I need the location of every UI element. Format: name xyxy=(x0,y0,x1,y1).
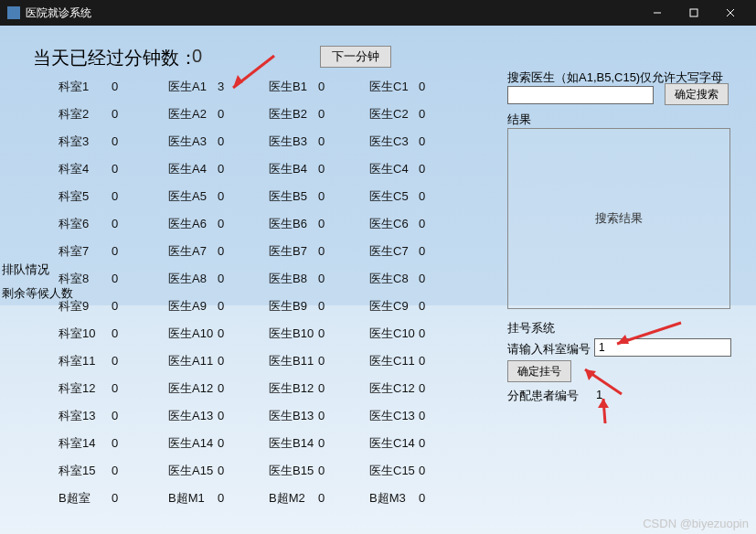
svg-rect-1 xyxy=(690,9,697,16)
doctor-b-val: 0 xyxy=(318,299,369,313)
app-icon xyxy=(7,6,20,19)
doctor-a-val: 0 xyxy=(218,217,269,230)
doctor-b-name: 医生B12 xyxy=(269,380,318,397)
doctor-c-name: 医生C4 xyxy=(369,161,419,177)
grid-row: 科室30医生A30医生B30医生C30 xyxy=(59,134,452,161)
grid-row: 科室100医生A100医生B100医生C100 xyxy=(59,326,452,353)
doctor-a-val: 0 xyxy=(218,272,269,285)
doctor-c-val: 0 xyxy=(419,436,452,450)
result-placeholder: 搜索结果 xyxy=(595,210,643,227)
close-button[interactable] xyxy=(712,0,749,26)
doctor-b-val: 0 xyxy=(318,189,369,203)
room-name: 科室15 xyxy=(59,463,112,479)
doctor-c-name: 医生C1 xyxy=(369,79,419,95)
doctor-b-val: 0 xyxy=(318,80,369,93)
doctor-c-name: B超M3 xyxy=(369,490,419,507)
doctor-c-val: 0 xyxy=(419,272,452,285)
minutes-label: 当天已经过分钟数： xyxy=(33,46,197,70)
doctor-b-name: 医生B7 xyxy=(269,243,318,260)
room-val: 0 xyxy=(112,107,168,121)
grid-row: 科室130医生A130医生B130医生C130 xyxy=(59,408,452,435)
doctor-c-name: 医生C2 xyxy=(369,106,419,123)
room-val: 0 xyxy=(112,436,168,450)
next-minute-button[interactable]: 下一分钟 xyxy=(320,46,391,68)
room-name: 科室7 xyxy=(59,243,112,260)
grid-row: 科室70医生A70医生B70医生C70 xyxy=(59,243,452,271)
doctor-c-val: 0 xyxy=(419,491,452,505)
grid-row: 科室40医生A40医生B40医生C40 xyxy=(59,161,452,188)
doctor-b-val: 0 xyxy=(318,134,369,148)
annotation-arrow-3 xyxy=(576,362,631,399)
doctor-a-name: 医生A2 xyxy=(168,106,218,123)
doctor-a-name: 医生A11 xyxy=(168,353,218,369)
maximize-button[interactable] xyxy=(676,0,712,26)
doctor-a-name: 医生A14 xyxy=(168,435,218,452)
doctor-c-name: 医生C14 xyxy=(369,435,419,452)
room-val: 0 xyxy=(112,326,168,340)
doctor-a-name: 医生A5 xyxy=(168,188,218,205)
grid-row: 科室140医生A140医生B140医生C140 xyxy=(59,435,452,463)
doctor-a-name: B超M1 xyxy=(168,490,218,507)
doctor-c-name: 医生C13 xyxy=(369,408,419,424)
grid-row: 科室60医生A60医生B60医生C60 xyxy=(59,216,452,243)
register-button[interactable]: 确定挂号 xyxy=(507,360,571,382)
room-name: B超室 xyxy=(59,490,112,507)
doctor-a-name: 医生A6 xyxy=(168,216,218,232)
minutes-value: 0 xyxy=(192,46,202,67)
doctor-c-val: 0 xyxy=(419,299,452,313)
grid-row: 科室20医生A20医生B20医生C20 xyxy=(59,106,452,134)
doctor-c-val: 0 xyxy=(419,244,452,258)
doctor-a-val: 0 xyxy=(218,464,269,477)
search-input[interactable] xyxy=(507,86,654,104)
room-val: 0 xyxy=(112,162,168,176)
data-grid: 科室10医生A13医生B10医生C10科室20医生A20医生B20医生C20科室… xyxy=(59,79,452,518)
room-val: 0 xyxy=(112,272,168,285)
doctor-c-val: 0 xyxy=(419,80,452,93)
doctor-a-val: 0 xyxy=(218,244,269,258)
doctor-a-name: 医生A3 xyxy=(168,134,218,150)
doctor-b-name: 医生B4 xyxy=(269,161,318,177)
minimize-button[interactable] xyxy=(639,0,676,26)
doctor-b-val: 0 xyxy=(318,381,369,395)
doctor-c-name: 医生C5 xyxy=(369,188,419,205)
grid-row: 科室150医生A150医生B150医生C150 xyxy=(59,463,452,490)
search-button[interactable]: 确定搜索 xyxy=(665,83,729,105)
room-name: 科室9 xyxy=(59,298,112,315)
room-val: 0 xyxy=(112,189,168,203)
room-val: 0 xyxy=(112,409,168,422)
grid-row: 科室110医生A110医生B110医生C110 xyxy=(59,353,452,380)
watermark: CSDN @biyezuopin xyxy=(643,517,749,530)
doctor-b-val: 0 xyxy=(318,326,369,340)
doctor-a-name: 医生A10 xyxy=(168,326,218,342)
room-val: 0 xyxy=(112,464,168,477)
room-name: 科室14 xyxy=(59,435,112,452)
assign-value: 1 xyxy=(596,388,602,401)
grid-row: 科室90医生A90医生B90医生C90 xyxy=(59,298,452,326)
doctor-b-name: 医生B10 xyxy=(269,326,318,342)
doctor-c-name: 医生C11 xyxy=(369,353,419,369)
doctor-b-val: 0 xyxy=(318,244,369,258)
doctor-b-name: 医生B15 xyxy=(269,463,318,479)
doctor-b-val: 0 xyxy=(318,162,369,176)
grid-row: B超室0B超M10B超M20B超M30 xyxy=(59,490,452,518)
doctor-b-name: 医生B14 xyxy=(269,435,318,452)
doctor-a-name: 医生A7 xyxy=(168,243,218,260)
doctor-c-val: 0 xyxy=(419,107,452,121)
window-title: 医院就诊系统 xyxy=(26,5,91,21)
room-name: 科室4 xyxy=(59,161,112,177)
room-val: 0 xyxy=(112,381,168,395)
doctor-b-val: 0 xyxy=(318,107,369,121)
register-input[interactable] xyxy=(594,338,731,357)
doctor-a-val: 0 xyxy=(218,134,269,148)
grid-row: 科室50医生A50医生B50医生C50 xyxy=(59,188,452,216)
doctor-a-val: 0 xyxy=(218,436,269,450)
doctor-c-name: 医生C15 xyxy=(369,463,419,479)
doctor-b-name: 医生B2 xyxy=(269,106,318,123)
room-val: 0 xyxy=(112,134,168,148)
doctor-a-val: 0 xyxy=(218,381,269,395)
doctor-b-val: 0 xyxy=(318,464,369,477)
doctor-c-val: 0 xyxy=(419,409,452,422)
doctor-a-name: 医生A1 xyxy=(168,79,218,95)
room-name: 科室12 xyxy=(59,380,112,397)
room-val: 0 xyxy=(112,244,168,258)
